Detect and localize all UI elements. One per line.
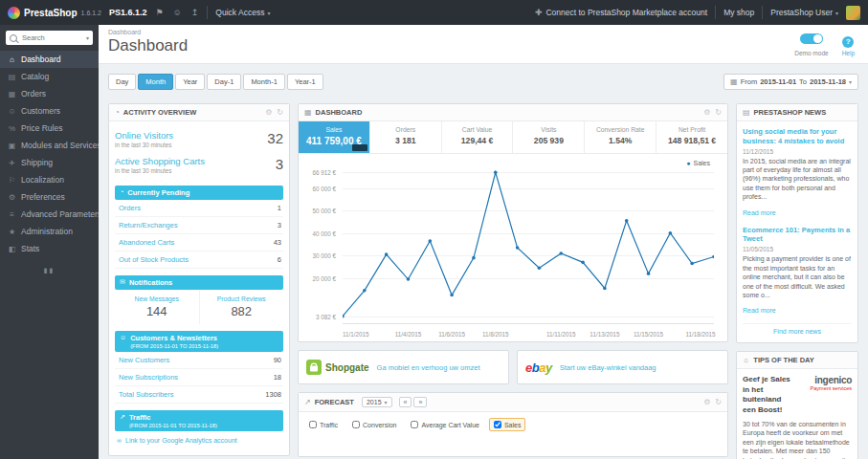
kpi-cart-value[interactable]: Cart Value 129,44 € [442, 121, 514, 153]
filter-day-1-button[interactable]: Day-1 [207, 74, 241, 90]
kpi-conversion-rate-label: Conversion Rate [588, 126, 653, 133]
kpi-conversion-rate[interactable]: Conversion Rate 1.54% [585, 121, 657, 153]
marketplace-link[interactable]: ✚ Connect to PrestaShop Marketplace acco… [534, 8, 707, 17]
filter-year-button[interactable]: Year [175, 74, 205, 90]
sidebar-search[interactable]: ▾ [6, 31, 93, 45]
kpi-cart-value-label: Cart Value [445, 126, 510, 133]
refresh-icon[interactable]: ↻ [715, 398, 722, 406]
shop-name: PS1.6.1.2 [109, 8, 147, 17]
product-reviews-stat[interactable]: Product Reviews 882 [200, 290, 284, 324]
link-icon: ∞ [117, 437, 122, 444]
shopgate-logo: Shopgate [306, 360, 369, 375]
breadcrumb[interactable]: Dashboard [108, 29, 858, 35]
news-item-title-link[interactable]: Using social media for your business: 4 … [743, 127, 852, 146]
filter-year-1-button[interactable]: Year-1 [287, 74, 323, 90]
forecast-year-select[interactable]: 2015 ▾ [362, 397, 392, 407]
quick-access-label: Quick Access [215, 8, 264, 17]
sidebar-item-price-rules[interactable]: % Price Rules [0, 120, 99, 137]
sidebar-item-stats[interactable]: ◧ Stats [0, 240, 99, 257]
traffic-checkbox[interactable] [309, 421, 317, 428]
news-item-title-link[interactable]: Ecommerce 101: Payments in a Tweet [743, 226, 852, 245]
news-item-body: In 2015, social media are an integral pa… [743, 157, 852, 202]
kpi-orders-value: 3 181 [373, 136, 438, 145]
refresh-icon[interactable]: ↻ [277, 108, 283, 117]
sidebar-item-preferences[interactable]: ⚙ Preferences [0, 188, 99, 206]
forecast-option-sales[interactable]: Sales [489, 418, 526, 431]
sidebar-item-advanced-parameters[interactable]: ≡ Advanced Parameters [0, 206, 99, 223]
forecast-option-average-cart-value[interactable]: Average Cart Value [406, 418, 483, 431]
orders-link[interactable]: Orders [119, 204, 141, 212]
chevron-down-icon: ▾ [385, 399, 388, 405]
online-visitors-stat: Online Visitors in the last 30 minutes 3… [115, 127, 283, 153]
sidebar-item-customers[interactable]: ☺ Customers [0, 102, 99, 120]
sidebar-item-orders[interactable]: ▦ Orders [0, 85, 99, 102]
forecast-option-traffic[interactable]: Traffic [304, 418, 343, 431]
sidebar-nav: ⌂ Dashboard ▤ Catalog ▦ Orders ☺ Custome… [0, 51, 99, 257]
refresh-icon[interactable]: ↻ [715, 108, 722, 117]
google-analytics-link[interactable]: ∞ Link to your Google Analytics account [115, 431, 283, 449]
find-more-news-link[interactable]: Find more news [743, 323, 852, 337]
new-subscriptions-row: New Subscriptions 18 [115, 369, 283, 386]
sidebar-collapse-icon[interactable]: ▮▮ [0, 267, 99, 274]
prestashop-logo[interactable]: PrestaShop 1.6.1.2 [8, 7, 101, 19]
kpi-orders[interactable]: Orders 3 181 [370, 121, 442, 153]
user-avatar[interactable] [846, 6, 860, 20]
sidebar-item-shipping[interactable]: ✈ Shipping [0, 154, 99, 171]
average-cart-value-checkbox[interactable] [411, 421, 418, 428]
shopgate-tagline-link[interactable]: Ga mobiel en verhoog uw omzet [377, 363, 480, 372]
shopgate-promo[interactable]: Shopgate Ga mobiel en verhoog uw omzet [298, 350, 509, 384]
filter-month-button[interactable]: Month [138, 74, 173, 90]
quick-access-menu[interactable]: Quick Access ▾ [215, 8, 270, 17]
sidebar-item-administration[interactable]: ★ Administration [0, 223, 99, 240]
prestashop-logo-icon [8, 7, 20, 19]
sales-checkbox[interactable] [494, 421, 501, 428]
search-input[interactable] [20, 33, 83, 43]
panel-tools: ⚙ ↻ [703, 398, 722, 406]
ebay-promo[interactable]: ebay Start uw eBay-winkel vandaag [517, 350, 728, 384]
new-subscriptions-link[interactable]: New Subscriptions [119, 373, 178, 382]
read-more-link[interactable]: Read more [743, 209, 776, 216]
kpi-visits[interactable]: Visits 205 939 [513, 121, 585, 153]
user-menu[interactable]: PrestaShop User ▾ [770, 8, 838, 17]
sidebar-item-localization[interactable]: ⚐ Localization [0, 171, 99, 188]
sidebar-item-modules[interactable]: ▣ Modules and Services [0, 137, 99, 154]
kpi-sales[interactable]: Sales 411 759,00 € [299, 121, 370, 153]
gear-icon[interactable]: ⚙ [265, 108, 272, 117]
sales-chart: ● Sales 66 912 €60 000 €50 000 €40 000 €… [304, 158, 722, 339]
search-scope-caret-icon[interactable]: ▾ [86, 34, 89, 41]
gear-icon[interactable]: ⚙ [703, 398, 710, 406]
brand-name: PrestaShop [24, 8, 78, 18]
filter-month-1-button[interactable]: Month-1 [243, 74, 285, 90]
sidebar-item-catalog[interactable]: ▤ Catalog [0, 68, 99, 85]
forecast-option-conversion[interactable]: Conversion [347, 418, 401, 431]
filter-day-button[interactable]: Day [108, 74, 136, 90]
abandoned-carts-link[interactable]: Abandoned Carts [119, 238, 174, 247]
conversion-checkbox[interactable] [352, 421, 360, 428]
news-item-date: 11/12/2015 [743, 148, 852, 155]
ebay-tagline-link[interactable]: Start uw eBay-winkel vandaag [560, 363, 657, 372]
new-messages-stat[interactable]: New Messages 144 [115, 290, 200, 324]
demo-mode-toggle[interactable] [800, 33, 823, 44]
online-visitors-link[interactable]: Online Visitors [115, 130, 173, 141]
read-more-link[interactable]: Read more [743, 307, 776, 314]
chart-legend[interactable]: ● Sales [686, 160, 710, 166]
returns-link[interactable]: Return/Exchanges [119, 221, 178, 230]
ebay-letter: e [525, 361, 532, 375]
out-of-stock-link[interactable]: Out of Stock Products [119, 255, 189, 264]
sidebar-item-dashboard[interactable]: ⌂ Dashboard [0, 51, 99, 68]
updates-icon[interactable]: ↥ [190, 8, 200, 17]
kpi-net-profit[interactable]: Net Profit 148 918,51 € [657, 121, 727, 153]
cart-icon[interactable]: ⚑ [155, 8, 165, 17]
my-shop-link[interactable]: My shop [723, 8, 754, 17]
employee-icon[interactable]: ☺ [172, 8, 183, 17]
gear-icon[interactable]: ⚙ [703, 108, 710, 117]
help-icon[interactable]: ? [842, 36, 854, 48]
active-carts-link[interactable]: Active Shopping Carts [115, 156, 205, 166]
forecast-prev-button[interactable]: « [399, 397, 412, 407]
out-of-stock-value: 6 [278, 255, 281, 264]
new-customers-link[interactable]: New Customers [119, 356, 169, 364]
date-range-picker[interactable]: ▦ From 2015-11-01 To 2015-11-18 ▾ [723, 74, 858, 90]
sales-chart-ylabels: 66 912 €60 000 €50 000 €40 000 €30 000 €… [304, 165, 339, 324]
forecast-next-button[interactable]: » [413, 397, 427, 407]
total-subscribers-link[interactable]: Total Subscribers [119, 390, 174, 399]
